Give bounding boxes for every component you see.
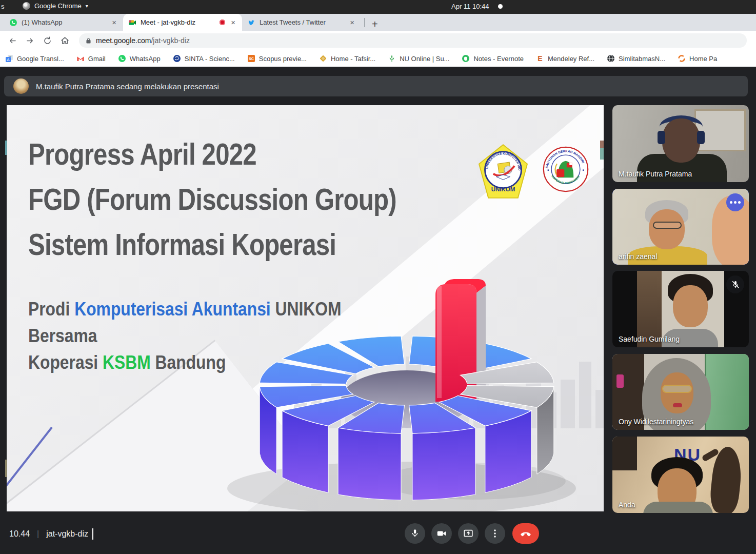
- slide-subtitle-line: Prodi Komputerisasi Akuntansi UNIKOM: [28, 296, 342, 323]
- notification-text: M.taufik Putra Pratama sedang melakukan …: [36, 82, 219, 91]
- slide-edge-sliver: [600, 141, 604, 148]
- bookmark-item[interactable]: SINTA - Scienc...: [173, 54, 235, 63]
- presenter-avatar: [13, 78, 29, 94]
- google-translate-icon: TA: [5, 54, 13, 63]
- svg-text:E: E: [538, 54, 542, 63]
- system-clock[interactable]: Apr 11 10:44: [451, 3, 503, 10]
- bookmark-label: Home - Tafsir...: [331, 55, 375, 63]
- app-menu-title: Google Chrome: [34, 2, 82, 10]
- participant-name: M.taufik Putra Pratama: [619, 170, 692, 178]
- bookmark-label: WhatsApp: [130, 55, 161, 63]
- whatsapp-icon: [118, 54, 126, 63]
- desktop-screen: s Google Chrome ▾ Apr 11 10:44 (1) Whats…: [0, 0, 756, 554]
- unikom-label: UNIKOM: [491, 186, 515, 192]
- url-path: /jat-vgkb-diz: [151, 36, 189, 45]
- tab-bar: (1) WhatsApp × Meet - jat-vgkb-diz × Lat…: [0, 14, 756, 31]
- lock-icon: [85, 37, 92, 44]
- bookmark-label: Gmail: [88, 55, 106, 63]
- activities-fragment[interactable]: s: [1, 3, 5, 10]
- simlitabmas-icon: [607, 54, 615, 63]
- tab-recording-indicator: [220, 19, 225, 25]
- meet-favicon: [128, 18, 136, 27]
- bookmark-label: Notes - Evernote: [473, 55, 524, 63]
- meeting-time: 10.44: [9, 529, 30, 539]
- address-bar[interactable]: meet.google.com/jat-vgkb-diz: [79, 33, 747, 48]
- end-call-button[interactable]: [512, 523, 539, 544]
- tab-whatsapp[interactable]: (1) WhatsApp ×: [4, 14, 123, 31]
- app-menu[interactable]: Google Chrome ▾: [23, 2, 88, 10]
- bookmark-item[interactable]: EMendeley Ref...: [536, 54, 594, 63]
- participant-tile[interactable]: Ony Widilestariningtyas: [612, 354, 749, 430]
- bookmark-label: SimlitabmasN...: [619, 55, 665, 63]
- system-top-bar: s Google Chrome ▾ Apr 11 10:44: [0, 0, 756, 14]
- mic-button[interactable]: [405, 523, 425, 544]
- participant-name: arifin zaenal: [619, 252, 658, 261]
- gmail-icon: [76, 54, 85, 63]
- bookmark-label: SINTA - Scienc...: [185, 55, 235, 63]
- browser-toolbar: meet.google.com/jat-vgkb-diz: [0, 31, 756, 50]
- bookmark-item[interactable]: WhatsApp: [118, 54, 161, 63]
- svg-text:A: A: [7, 57, 10, 62]
- slide-title-line: Progress April 2022: [28, 132, 396, 177]
- bookmark-item[interactable]: Notes - Evernote: [462, 54, 524, 63]
- slide-title: Progress April 2022 FGD (Forum Discussio…: [28, 132, 396, 267]
- tab-meet[interactable]: Meet - jat-vgkb-diz ×: [123, 14, 242, 31]
- back-icon[interactable]: [5, 33, 19, 48]
- clock-text: Apr 11 10:44: [451, 3, 489, 10]
- whatsapp-favicon: [9, 18, 17, 27]
- reload-icon[interactable]: [40, 33, 54, 48]
- chrome-app-icon: [23, 2, 30, 10]
- participant-name: Anda: [619, 501, 635, 509]
- evernote-icon: [462, 54, 470, 63]
- tab-twitter[interactable]: Latest Tweets / Twitter ×: [242, 14, 361, 31]
- slide-subtitle: Prodi Komputerisasi Akuntansi UNIKOMBers…: [28, 296, 342, 376]
- present-screen-button[interactable]: [458, 523, 479, 544]
- unikom-logo: UNIVERSITAS KOMPUTER INDONESIA UNIKOM: [479, 144, 528, 199]
- camera-button[interactable]: [431, 523, 452, 544]
- bookmark-item[interactable]: NU Online | Su...: [388, 54, 449, 63]
- mic-muted-icon: [726, 275, 744, 293]
- slide-subtitle-line: Bersama: [28, 323, 342, 349]
- tab-close-icon[interactable]: ×: [110, 18, 118, 27]
- presentation-slide: Progress April 2022 FGD (Forum Discussio…: [7, 105, 604, 511]
- url-host: meet.google.com: [96, 36, 151, 45]
- participant-tile-self[interactable]: NU Anda: [612, 437, 749, 513]
- tab-close-icon[interactable]: ×: [348, 18, 356, 27]
- participant-tile-speaking[interactable]: arifin zaenal: [612, 189, 749, 265]
- recording-indicator-dot: [498, 4, 503, 9]
- slide-title-line: Sistem Informasi Koperasi: [28, 222, 396, 267]
- bookmarks-bar: TAGoogle Transl...GmailWhatsAppSINTA - S…: [0, 50, 756, 67]
- nu-online-icon: [388, 54, 396, 63]
- bookmark-item[interactable]: Home - Tafsir...: [319, 54, 375, 63]
- bookmark-item[interactable]: Home Pa: [678, 54, 717, 63]
- new-tab-button[interactable]: +: [368, 19, 382, 29]
- more-options-button[interactable]: [485, 523, 505, 544]
- presenting-notification: M.taufik Putra Pratama sedang melakukan …: [4, 76, 748, 96]
- participant-tile[interactable]: M.taufik Putra Pratama: [612, 105, 749, 182]
- tile-more-options-button[interactable]: [726, 193, 744, 211]
- bookmark-item[interactable]: TAGoogle Transl...: [5, 54, 64, 63]
- bookmark-label: Google Transl...: [17, 55, 64, 63]
- slide-subtitle-line: Koperasi KSBM Bandung: [28, 349, 342, 376]
- tab-title: Meet - jat-vgkb-diz: [141, 18, 215, 26]
- forward-icon[interactable]: [23, 33, 37, 48]
- bookmark-label: NU Online | Su...: [400, 55, 449, 63]
- bookmark-label: Scopus previe...: [259, 55, 307, 63]
- bookmark-label: Mendeley Ref...: [548, 55, 594, 63]
- tab-title: Latest Tweets / Twitter: [260, 18, 344, 26]
- bookmark-item[interactable]: SCScopus previe...: [247, 54, 307, 63]
- meeting-code: jat-vgkb-diz: [46, 529, 88, 539]
- text-caret: [92, 528, 93, 540]
- participant-tile[interactable]: Saefudin Gumilang: [612, 271, 749, 347]
- meeting-info: 10.44 | jat-vgkb-diz: [9, 528, 93, 540]
- home-icon[interactable]: [57, 33, 72, 48]
- mendeley-icon: E: [536, 54, 544, 63]
- tab-separator: [364, 18, 365, 27]
- bookmark-item[interactable]: SimlitabmasN...: [607, 54, 665, 63]
- bookmark-item[interactable]: Gmail: [76, 54, 106, 63]
- tab-title: (1) WhatsApp: [22, 18, 106, 26]
- homepage-icon: [678, 54, 686, 63]
- screen-edge-sliver: [5, 460, 7, 477]
- participant-name: Ony Widilestariningtyas: [619, 418, 693, 426]
- tab-close-icon[interactable]: ×: [229, 18, 237, 27]
